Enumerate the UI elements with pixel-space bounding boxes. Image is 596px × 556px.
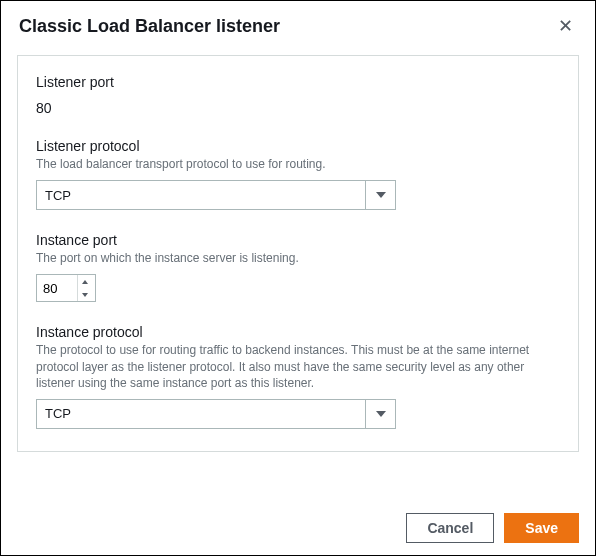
listener-protocol-label: Listener protocol	[36, 138, 560, 154]
dialog-title: Classic Load Balancer listener	[19, 16, 280, 37]
listener-port-section: Listener port 80	[36, 74, 560, 116]
listener-protocol-section: Listener protocol The load balancer tran…	[36, 138, 560, 210]
stepper-up-button[interactable]	[78, 275, 91, 288]
instance-port-input-wrap	[36, 274, 96, 302]
form-panel: Listener port 80 Listener protocol The l…	[17, 55, 579, 452]
instance-protocol-value: TCP	[37, 406, 71, 421]
instance-protocol-select[interactable]: TCP	[36, 399, 396, 429]
listener-port-value: 80	[36, 100, 560, 116]
arrow-down-icon	[82, 293, 88, 297]
cancel-button[interactable]: Cancel	[406, 513, 494, 543]
listener-port-label: Listener port	[36, 74, 560, 90]
instance-port-input[interactable]	[37, 275, 77, 301]
dialog-footer: Cancel Save	[406, 513, 579, 543]
dialog-header: Classic Load Balancer listener ✕	[1, 1, 595, 47]
close-icon: ✕	[558, 16, 573, 36]
listener-protocol-select[interactable]: TCP	[36, 180, 396, 210]
instance-protocol-section: Instance protocol The protocol to use fo…	[36, 324, 560, 429]
instance-port-label: Instance port	[36, 232, 560, 248]
chevron-down-icon	[376, 192, 386, 198]
instance-port-stepper	[77, 275, 91, 301]
close-button[interactable]: ✕	[554, 15, 577, 37]
listener-protocol-description: The load balancer transport protocol to …	[36, 156, 560, 172]
instance-protocol-label: Instance protocol	[36, 324, 560, 340]
arrow-up-icon	[82, 280, 88, 284]
listener-protocol-caret	[365, 181, 395, 209]
chevron-down-icon	[376, 411, 386, 417]
instance-protocol-caret	[365, 400, 395, 428]
instance-port-description: The port on which the instance server is…	[36, 250, 560, 266]
instance-port-section: Instance port The port on which the inst…	[36, 232, 560, 302]
listener-protocol-value: TCP	[37, 188, 71, 203]
save-button[interactable]: Save	[504, 513, 579, 543]
instance-protocol-description: The protocol to use for routing traffic …	[36, 342, 560, 391]
stepper-down-button[interactable]	[78, 288, 91, 301]
